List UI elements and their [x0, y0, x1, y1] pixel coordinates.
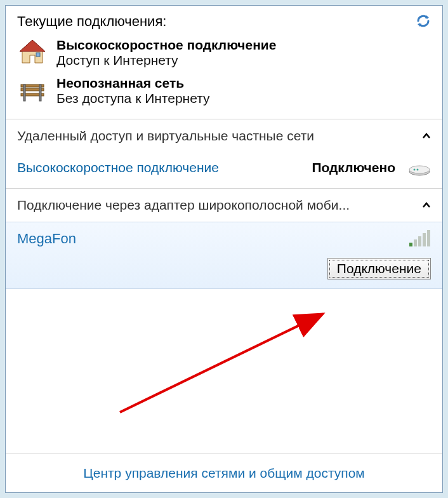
- svg-rect-15: [414, 239, 417, 246]
- megafon-top: MegaFon: [17, 230, 431, 248]
- megafon-panel[interactable]: MegaFon Подключение: [6, 222, 442, 289]
- vpn-status: Подключено: [312, 160, 395, 175]
- connection-status: Доступ к Интернету: [56, 53, 276, 68]
- connection-name: Высокоскоростное подключение: [56, 37, 276, 53]
- current-connections: Высокоскоростное подключение Доступ к Ин…: [6, 30, 442, 119]
- connection-status: Без доступа к Интернету: [56, 91, 210, 106]
- spacer: [6, 289, 442, 454]
- connection-name: Неопознанная сеть: [56, 76, 210, 91]
- svg-marker-3: [20, 40, 45, 51]
- section-title: Удаленный доступ и виртуальные частные с…: [17, 128, 314, 144]
- network-name: MegaFon: [17, 231, 76, 247]
- svg-point-11: [409, 166, 430, 173]
- section-title: Подключение через адаптер широкополосной…: [17, 198, 350, 213]
- connection-text: Высокоскоростное подключение Доступ к Ин…: [56, 37, 276, 68]
- header: Текущие подключения:: [6, 6, 442, 30]
- bench-icon: [17, 76, 48, 106]
- svg-rect-16: [418, 236, 421, 246]
- footer: Центр управления сетями и общим доступом: [6, 454, 442, 492]
- signal-bars-icon: [408, 230, 431, 248]
- network-flyout: Текущие подключения: Высокоскоростное по…: [5, 5, 443, 493]
- connection-item: Высокоскоростное подключение Доступ к Ин…: [17, 34, 431, 72]
- svg-point-13: [417, 169, 419, 171]
- section-broadband-header[interactable]: Подключение через адаптер широкополосной…: [6, 189, 442, 222]
- connection-item: Неопознанная сеть Без доступа к Интернет…: [17, 72, 431, 110]
- section-vpn-header[interactable]: Удаленный доступ и виртуальные частные с…: [6, 119, 442, 152]
- connect-button[interactable]: Подключение: [327, 258, 431, 279]
- network-center-link[interactable]: Центр управления сетями и общим доступом: [83, 466, 365, 480]
- chevron-up-icon: [422, 199, 431, 211]
- svg-point-12: [414, 169, 416, 171]
- connect-row: Подключение: [17, 258, 431, 279]
- svg-rect-14: [409, 243, 412, 246]
- house-icon: [17, 37, 48, 68]
- svg-rect-17: [423, 233, 426, 246]
- chevron-up-icon: [422, 130, 431, 142]
- vpn-name: Высокоскоростное подключение: [17, 160, 305, 175]
- header-title: Текущие подключения:: [17, 13, 166, 30]
- svg-rect-4: [36, 53, 40, 57]
- refresh-icon[interactable]: [416, 13, 431, 29]
- vpn-connection-row[interactable]: Высокоскоростное подключение Подключено: [6, 152, 442, 188]
- svg-rect-8: [23, 84, 25, 101]
- svg-rect-9: [39, 84, 41, 101]
- modem-icon: [408, 159, 431, 177]
- svg-rect-18: [427, 230, 430, 246]
- connection-text: Неопознанная сеть Без доступа к Интернет…: [56, 76, 210, 106]
